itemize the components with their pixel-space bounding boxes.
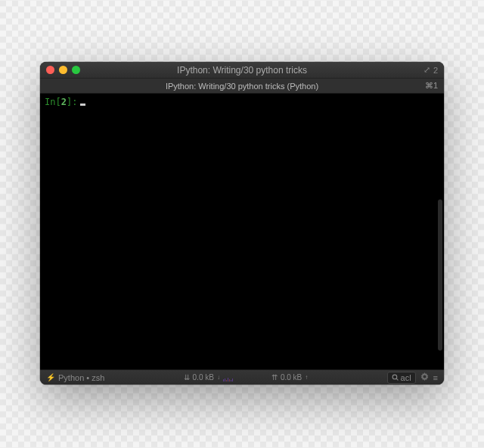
net-up-icon: ⇈ <box>271 373 278 382</box>
status-bar: ⚡ Python • zsh ⇊ 0.0 kB ↓ ⇈ 0.0 kB ↑ <box>40 369 444 385</box>
terminal-area[interactable]: In [ 2 ]: <box>40 94 444 369</box>
net-up-value: 0.0 kB <box>281 373 302 382</box>
arrow-up-icon: ↑ <box>305 374 308 381</box>
traffic-lights <box>46 66 80 74</box>
net-down-value: 0.0 kB <box>193 373 214 382</box>
svg-point-0 <box>392 375 397 379</box>
status-network: ⇊ 0.0 kB ↓ ⇈ 0.0 kB ↑ <box>110 373 380 382</box>
prompt-in-label: In <box>45 97 55 107</box>
arrow-down-icon: ↓ <box>217 374 220 381</box>
svg-line-1 <box>396 378 398 380</box>
minimize-button[interactable] <box>59 66 67 74</box>
search-box[interactable]: acl <box>387 372 416 384</box>
window-title: IPython: Writing/30 python tricks <box>40 65 444 76</box>
status-session[interactable]: ⚡ Python • zsh <box>46 373 104 382</box>
menu-icon[interactable]: ≡ <box>433 373 438 382</box>
cursor <box>80 104 85 106</box>
net-graph <box>223 374 268 382</box>
net-down-icon: ⇊ <box>184 373 190 382</box>
iterm-window: IPython: Writing/30 python tricks ⤢ 2 IP… <box>40 62 444 385</box>
titlebar-right: ⤢ 2 <box>424 65 438 75</box>
status-right: acl ≡ <box>387 372 438 384</box>
maximize-button[interactable] <box>72 66 80 74</box>
lightning-icon: ⚡ <box>46 373 55 382</box>
prompt-line: In [ 2 ]: <box>45 97 439 107</box>
prompt-bracket-open: [ <box>55 97 60 107</box>
search-value: acl <box>401 373 411 382</box>
close-button[interactable] <box>46 66 54 74</box>
search-icon <box>392 374 399 381</box>
window-badge: 2 <box>433 66 438 75</box>
prompt-bracket-close: ]: <box>67 97 77 107</box>
scrollbar[interactable] <box>438 199 442 351</box>
titlebar[interactable]: IPython: Writing/30 python tricks ⤢ 2 <box>40 62 444 79</box>
tab-active[interactable]: IPython: Writing/30 python tricks (Pytho… <box>166 82 318 91</box>
tab-shortcut: ⌘1 <box>425 81 438 91</box>
prompt-number: 2 <box>61 97 67 107</box>
session-name: Python • zsh <box>58 373 104 382</box>
tab-bar: IPython: Writing/30 python tricks (Pytho… <box>40 79 444 94</box>
expand-icon[interactable]: ⤢ <box>424 65 430 75</box>
gear-icon[interactable] <box>420 372 429 382</box>
